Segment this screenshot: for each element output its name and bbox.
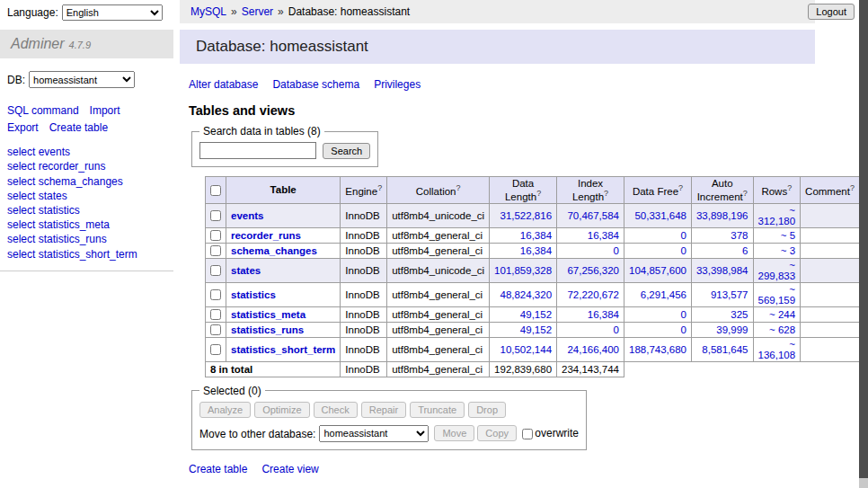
cell-index-length: 0 <box>557 243 624 258</box>
help-mark[interactable]: ? <box>456 183 460 192</box>
sidebar-table-link-select-statistics-meta[interactable]: select statistics_meta <box>7 218 110 231</box>
cell-auto-increment: 6 <box>691 243 753 258</box>
column-header-label: Rows <box>761 186 787 197</box>
footer-data-length: 192,839,680 <box>490 361 557 377</box>
tables-header-row: TableEngine?Collation?Data Length?Index … <box>206 177 860 204</box>
sidebar-table-link-select-events[interactable]: select events <box>7 146 70 158</box>
breadcrumb-item-mysql[interactable]: MySQL <box>190 5 226 18</box>
table-name-link-schema-changes[interactable]: schema_changes <box>231 245 317 256</box>
select-all-checkbox[interactable] <box>210 185 221 196</box>
column-header-label: Comment <box>805 186 850 197</box>
language-select[interactable]: English <box>62 4 163 21</box>
copy-button[interactable]: Copy <box>477 425 517 441</box>
scrollbar-thumb[interactable] <box>859 0 868 478</box>
breadcrumb: MySQL»Server»Database: homeassistant <box>180 0 815 23</box>
move-db-select[interactable]: homeassistant <box>319 425 429 442</box>
table-name-link-statistics-short-term[interactable]: statistics_short_term <box>231 344 335 355</box>
cell-index-length: 16,384 <box>557 306 624 322</box>
drop-button[interactable]: Drop <box>468 402 506 418</box>
db-label: DB: <box>7 74 25 86</box>
table-name-link-statistics-runs[interactable]: statistics_runs <box>231 324 304 335</box>
sidebar-table-list: select eventsselect recorder_runsselect … <box>0 145 173 271</box>
cell-data-length: 16,384 <box>490 243 557 258</box>
sidebar: Adminer4.7.9 DB:homeassistant SQL comman… <box>0 23 173 488</box>
header-checkbox-cell <box>206 177 226 204</box>
cell-engine: InnoDB <box>341 227 387 243</box>
row-checkbox[interactable] <box>210 245 221 256</box>
logout-button[interactable]: Logout <box>808 4 855 20</box>
cell-table-name: statistics_runs <box>226 322 341 337</box>
row-checkbox[interactable] <box>210 289 221 300</box>
cell-rows: ~ 312,180 <box>753 203 801 227</box>
cell-comment <box>801 243 860 258</box>
help-mark[interactable]: ? <box>377 183 382 192</box>
cell-data-free: 0 <box>624 243 692 258</box>
help-mark[interactable]: ? <box>604 189 608 198</box>
cell-table-name: recorder_runs <box>226 227 341 243</box>
optimize-button[interactable]: Optimize <box>254 402 309 418</box>
sidebar-table-link-select-statistics-runs[interactable]: select statistics_runs <box>7 233 107 245</box>
sidebar-table-link-select-states[interactable]: select states <box>7 190 67 202</box>
sidebar-link-sql-command[interactable]: SQL command <box>7 104 79 117</box>
cell-data-free: 50,331,648 <box>624 203 692 227</box>
search-input[interactable] <box>199 142 316 159</box>
table-name-link-events[interactable]: events <box>231 210 263 221</box>
search-button[interactable]: Search <box>323 143 370 159</box>
row-checkbox[interactable] <box>210 344 221 355</box>
sidebar-table-item: select statistics <box>7 203 166 217</box>
help-mark[interactable]: ? <box>850 183 855 192</box>
sidebar-table-link-select-recorder-runs[interactable]: select recorder_runs <box>7 160 105 173</box>
db-select[interactable]: homeassistant <box>29 71 135 88</box>
tables-footer-row: 8 in totalInnoDButf8mb4_general_ci192,83… <box>206 361 860 377</box>
move-button[interactable]: Move <box>434 425 474 441</box>
sidebar-link-export[interactable]: Export <box>7 121 39 134</box>
scrollbar[interactable] <box>859 0 868 488</box>
overwrite-checkbox[interactable] <box>522 429 533 439</box>
table-name-link-recorder-runs[interactable]: recorder_runs <box>231 230 301 241</box>
row-checkbox[interactable] <box>210 324 221 335</box>
sidebar-table-link-select-statistics-short-term[interactable]: select statistics_short_term <box>7 248 137 261</box>
row-checkbox[interactable] <box>210 210 221 221</box>
table-row-statistics-runs: statistics_runsInnoDButf8mb4_general_ci4… <box>206 322 860 337</box>
cell-collation: utf8mb4_general_ci <box>387 227 490 243</box>
sidebar-table-item: select events <box>7 145 166 159</box>
sidebar-table-link-select-schema-changes[interactable]: select schema_changes <box>7 175 123 188</box>
footer-engine: InnoDB <box>341 361 387 377</box>
main-panel: Database: homeassistant Alter databaseDa… <box>180 23 815 488</box>
sidebar-table-link-select-statistics[interactable]: select statistics <box>7 204 80 217</box>
sidebar-link-import[interactable]: Import <box>90 104 120 117</box>
cell-collation: utf8mb4_unicode_ci <box>387 258 490 282</box>
footer-index-length: 234,143,744 <box>557 361 624 377</box>
row-checkbox[interactable] <box>210 230 221 241</box>
table-name-link-statistics[interactable]: statistics <box>231 289 276 300</box>
selected-fieldset: Selected (0) AnalyzeOptimizeCheckRepairT… <box>191 385 587 450</box>
sidebar-link-create-table[interactable]: Create table <box>49 121 108 134</box>
cell-comment <box>801 337 860 361</box>
repair-button[interactable]: Repair <box>361 402 406 418</box>
link-alter-database[interactable]: Alter database <box>189 78 258 91</box>
check-button[interactable]: Check <box>314 402 358 418</box>
link-privileges[interactable]: Privileges <box>374 78 421 91</box>
row-checkbox[interactable] <box>210 309 221 320</box>
help-mark[interactable]: ? <box>743 189 748 198</box>
analyze-button[interactable]: Analyze <box>199 402 251 418</box>
cell-engine: InnoDB <box>341 243 387 258</box>
link-database-schema[interactable]: Database schema <box>272 78 359 91</box>
app-name-link[interactable]: Adminer <box>11 36 65 51</box>
link-create-view[interactable]: Create view <box>261 463 318 475</box>
cell-data-length: 10,502,144 <box>490 337 557 361</box>
breadcrumb-item-server[interactable]: Server <box>242 5 273 18</box>
footer-total: 8 in total <box>206 361 341 377</box>
search-legend: Search data in tables (8) <box>199 125 324 138</box>
table-name-link-statistics-meta[interactable]: statistics_meta <box>231 309 306 320</box>
link-create-table[interactable]: Create table <box>189 463 247 475</box>
help-mark[interactable]: ? <box>787 183 792 192</box>
db-selector-row: DB:homeassistant <box>0 58 173 92</box>
table-name-link-states[interactable]: states <box>231 265 261 276</box>
row-checkbox[interactable] <box>210 265 221 276</box>
truncate-button[interactable]: Truncate <box>410 402 465 418</box>
help-mark[interactable]: ? <box>536 189 541 198</box>
help-mark[interactable]: ? <box>678 183 683 192</box>
cell-data-free: 6,291,456 <box>624 282 692 306</box>
column-header-rows: Rows? <box>753 177 801 204</box>
